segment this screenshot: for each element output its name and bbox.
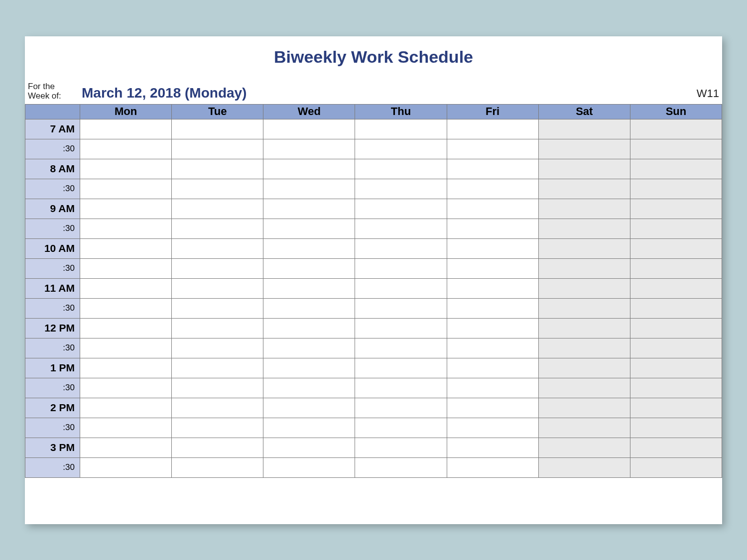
schedule-cell[interactable]	[355, 298, 447, 318]
schedule-cell[interactable]	[538, 338, 630, 358]
schedule-cell[interactable]	[263, 258, 355, 278]
schedule-cell[interactable]	[263, 199, 355, 219]
schedule-cell[interactable]	[263, 358, 355, 378]
schedule-cell[interactable]	[355, 457, 447, 477]
schedule-cell[interactable]	[447, 358, 538, 378]
schedule-cell[interactable]	[172, 258, 263, 278]
schedule-cell[interactable]	[80, 179, 172, 199]
schedule-cell[interactable]	[80, 159, 172, 179]
schedule-cell[interactable]	[630, 358, 722, 378]
schedule-cell[interactable]	[630, 179, 722, 199]
schedule-cell[interactable]	[172, 358, 263, 378]
schedule-cell[interactable]	[447, 378, 538, 398]
schedule-cell[interactable]	[538, 258, 630, 278]
schedule-cell[interactable]	[630, 238, 722, 258]
schedule-cell[interactable]	[80, 258, 172, 278]
schedule-cell[interactable]	[630, 139, 722, 159]
schedule-cell[interactable]	[80, 438, 172, 457]
schedule-cell[interactable]	[447, 119, 538, 139]
schedule-cell[interactable]	[630, 278, 722, 298]
schedule-cell[interactable]	[538, 398, 630, 418]
schedule-cell[interactable]	[447, 438, 538, 457]
schedule-cell[interactable]	[447, 139, 538, 159]
schedule-cell[interactable]	[447, 258, 538, 278]
schedule-cell[interactable]	[355, 159, 447, 179]
schedule-cell[interactable]	[355, 199, 447, 219]
schedule-cell[interactable]	[355, 278, 447, 298]
schedule-cell[interactable]	[447, 318, 538, 338]
schedule-cell[interactable]	[447, 159, 538, 179]
schedule-cell[interactable]	[172, 318, 263, 338]
schedule-cell[interactable]	[172, 298, 263, 318]
schedule-cell[interactable]	[80, 238, 172, 258]
schedule-cell[interactable]	[80, 199, 172, 219]
schedule-cell[interactable]	[355, 398, 447, 418]
schedule-cell[interactable]	[355, 219, 447, 238]
schedule-cell[interactable]	[80, 298, 172, 318]
schedule-cell[interactable]	[538, 298, 630, 318]
schedule-cell[interactable]	[538, 139, 630, 159]
schedule-cell[interactable]	[355, 338, 447, 358]
schedule-cell[interactable]	[80, 139, 172, 159]
schedule-cell[interactable]	[172, 238, 263, 258]
schedule-cell[interactable]	[80, 358, 172, 378]
schedule-cell[interactable]	[447, 179, 538, 199]
schedule-cell[interactable]	[80, 219, 172, 238]
schedule-cell[interactable]	[172, 219, 263, 238]
schedule-cell[interactable]	[447, 338, 538, 358]
schedule-cell[interactable]	[80, 378, 172, 398]
schedule-cell[interactable]	[172, 139, 263, 159]
schedule-cell[interactable]	[538, 219, 630, 238]
schedule-cell[interactable]	[263, 398, 355, 418]
schedule-cell[interactable]	[630, 338, 722, 358]
schedule-cell[interactable]	[263, 139, 355, 159]
schedule-cell[interactable]	[355, 119, 447, 139]
schedule-cell[interactable]	[263, 418, 355, 438]
schedule-cell[interactable]	[263, 179, 355, 199]
schedule-cell[interactable]	[447, 398, 538, 418]
schedule-cell[interactable]	[538, 278, 630, 298]
schedule-cell[interactable]	[447, 298, 538, 318]
schedule-cell[interactable]	[172, 457, 263, 477]
schedule-cell[interactable]	[80, 398, 172, 418]
schedule-cell[interactable]	[538, 119, 630, 139]
schedule-cell[interactable]	[538, 358, 630, 378]
schedule-cell[interactable]	[447, 238, 538, 258]
schedule-cell[interactable]	[538, 199, 630, 219]
schedule-cell[interactable]	[172, 199, 263, 219]
schedule-cell[interactable]	[630, 438, 722, 457]
schedule-cell[interactable]	[172, 119, 263, 139]
schedule-cell[interactable]	[630, 199, 722, 219]
schedule-cell[interactable]	[630, 219, 722, 238]
schedule-cell[interactable]	[263, 378, 355, 398]
schedule-cell[interactable]	[172, 438, 263, 457]
schedule-cell[interactable]	[80, 119, 172, 139]
schedule-cell[interactable]	[80, 418, 172, 438]
schedule-cell[interactable]	[80, 318, 172, 338]
schedule-cell[interactable]	[447, 219, 538, 238]
schedule-cell[interactable]	[447, 278, 538, 298]
schedule-cell[interactable]	[263, 298, 355, 318]
schedule-cell[interactable]	[172, 418, 263, 438]
schedule-cell[interactable]	[630, 159, 722, 179]
schedule-cell[interactable]	[538, 159, 630, 179]
schedule-cell[interactable]	[355, 179, 447, 199]
schedule-cell[interactable]	[630, 119, 722, 139]
schedule-cell[interactable]	[538, 318, 630, 338]
schedule-cell[interactable]	[172, 179, 263, 199]
schedule-cell[interactable]	[172, 378, 263, 398]
schedule-cell[interactable]	[630, 378, 722, 398]
schedule-cell[interactable]	[172, 398, 263, 418]
schedule-cell[interactable]	[263, 238, 355, 258]
schedule-cell[interactable]	[263, 318, 355, 338]
schedule-cell[interactable]	[355, 418, 447, 438]
schedule-cell[interactable]	[538, 378, 630, 398]
schedule-cell[interactable]	[447, 457, 538, 477]
schedule-cell[interactable]	[630, 298, 722, 318]
schedule-cell[interactable]	[538, 457, 630, 477]
schedule-cell[interactable]	[263, 278, 355, 298]
schedule-cell[interactable]	[538, 238, 630, 258]
schedule-cell[interactable]	[447, 199, 538, 219]
schedule-cell[interactable]	[355, 358, 447, 378]
schedule-cell[interactable]	[630, 258, 722, 278]
